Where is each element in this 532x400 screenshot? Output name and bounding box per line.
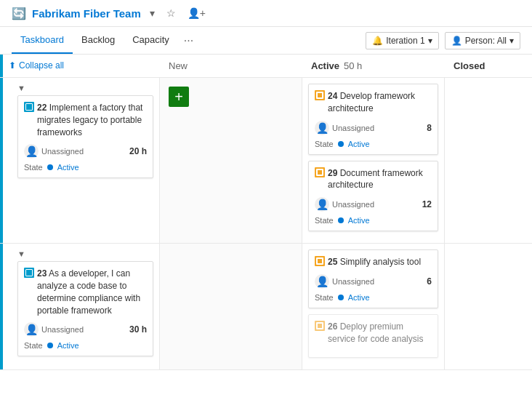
state-dot: [338, 141, 344, 147]
collapse-icon: ⬆: [9, 60, 16, 71]
column-headers: ⬆ Collapse all New Active 50 h Closed: [0, 55, 532, 78]
card-user: 👤 Unassigned: [24, 322, 84, 337]
top-bar: 🔄 Fabrikam Fiber Team ▾ ☆ 👤+: [0, 0, 532, 27]
add-card-btn[interactable]: +: [169, 87, 189, 107]
lane-collapse-icon[interactable]: ▼: [17, 84, 25, 92]
card-meta: 👤 Unassigned 30 h: [24, 322, 147, 337]
active-card-29: 29 Document framework architecture 👤 Una…: [308, 161, 438, 232]
more-options-btn[interactable]: ···: [178, 34, 199, 47]
card-state: State Active: [315, 216, 432, 225]
pbi-icon: [24, 268, 34, 278]
card-state: State Active: [24, 163, 147, 172]
col-header-active: Active 50 h: [302, 55, 445, 77]
state-dot: [47, 164, 53, 170]
tab-taskboard[interactable]: Taskboard: [12, 27, 73, 54]
iteration-chevron: ▾: [428, 36, 432, 46]
task-icon: [315, 90, 325, 100]
card-meta: 👤 Unassigned 12: [315, 197, 432, 212]
task-icon: [315, 256, 325, 266]
iteration-selector[interactable]: 🔔 Iteration 1 ▾: [366, 32, 438, 49]
col-header-backlog: ⬆ Collapse all: [0, 55, 160, 77]
board-container: ⬆ Collapse all New Active 50 h Closed ▼ …: [0, 55, 532, 391]
card-title: 22 Implement a factory that migrates leg…: [24, 102, 147, 138]
card-user: 👤 Unassigned: [24, 144, 84, 159]
card-meta: 👤 Unassigned 8: [315, 121, 432, 135]
col-header-closed: Closed: [445, 55, 532, 77]
lane-collapse-icon-2[interactable]: ▼: [17, 249, 25, 258]
active-card-26: 26 Deploy premium service for code analy…: [308, 314, 438, 358]
team-dropdown-btn[interactable]: ▾: [147, 6, 158, 20]
card-title: 26 Deploy premium service for code analy…: [315, 321, 432, 345]
lane-new-2: [160, 244, 302, 369]
state-dot: [338, 217, 344, 223]
card-title: 23 As a developer, I can analyze a code …: [24, 268, 147, 316]
person-chevron: ▾: [509, 36, 514, 46]
team-name[interactable]: Fabrikam Fiber Team: [32, 7, 141, 20]
lane-backlog-2: ▼ 23 As a developer, I can analyze a cod…: [0, 244, 160, 369]
active-card-25: 25 Simplify analysis tool 👤 Unassigned 6…: [308, 249, 438, 308]
avatar: 👤: [24, 144, 39, 159]
avatar: 👤: [315, 274, 329, 289]
board-body: ▼ 22 Implement a factory that migrates l…: [0, 78, 532, 391]
backlog-card-23: 23 As a developer, I can analyze a code …: [17, 261, 153, 356]
lane-new-1: +: [160, 78, 302, 243]
nav-bar: Taskboard Backlog Capacity ··· 🔔 Iterati…: [0, 27, 532, 55]
sprint-icon: 🔄: [12, 7, 26, 20]
nav-right: 🔔 Iteration 1 ▾ 👤 Person: All ▾: [366, 29, 520, 52]
card-title: 24 Develop framework architecture: [315, 90, 432, 115]
tab-capacity[interactable]: Capacity: [124, 27, 178, 54]
person-label: Person: All: [465, 36, 507, 46]
lane-backlog-1: ▼ 22 Implement a factory that migrates l…: [0, 78, 160, 243]
task-icon: [315, 321, 325, 331]
pbi-icon: [24, 102, 34, 112]
active-hours: 50 h: [344, 60, 362, 71]
add-person-btn[interactable]: 👤+: [185, 6, 209, 20]
swim-lane-2: ▼ 23 As a developer, I can analyze a cod…: [0, 244, 532, 369]
card-user: 👤 Unassigned: [315, 197, 374, 212]
card-title: 25 Simplify analysis tool: [315, 256, 432, 268]
backlog-card-22: 22 Implement a factory that migrates leg…: [17, 95, 153, 178]
lane-closed-1: [445, 78, 532, 243]
lane-active-2: 25 Simplify analysis tool 👤 Unassigned 6…: [302, 244, 445, 369]
state-dot: [47, 343, 53, 348]
avatar: 👤: [24, 322, 39, 337]
person-selector[interactable]: 👤 Person: All ▾: [445, 32, 520, 49]
avatar: 👤: [315, 121, 329, 135]
tab-backlog[interactable]: Backlog: [73, 27, 124, 54]
col-header-new: New: [160, 55, 302, 77]
avatar: 👤: [315, 197, 329, 212]
card-user: 👤 Unassigned: [315, 121, 374, 135]
card-state: State Active: [315, 293, 432, 302]
card-state: State Active: [315, 140, 432, 148]
card-user: 👤 Unassigned: [315, 274, 374, 289]
card-meta: 👤 Unassigned 20 h: [24, 144, 147, 159]
lane-active-1: 24 Develop framework architecture 👤 Unas…: [302, 78, 445, 243]
card-state: State Active: [24, 341, 147, 350]
state-dot: [338, 295, 344, 300]
collapse-all-btn[interactable]: ⬆ Collapse all: [9, 60, 64, 71]
iteration-label: Iteration 1: [386, 36, 424, 46]
swim-lane: ▼ 22 Implement a factory that migrates l…: [0, 78, 532, 244]
lane-closed-2: [445, 244, 532, 369]
favorite-btn[interactable]: ☆: [164, 6, 179, 20]
task-icon: [315, 167, 325, 177]
active-card-24: 24 Develop framework architecture 👤 Unas…: [308, 84, 438, 155]
card-title: 29 Document framework architecture: [315, 167, 432, 192]
card-meta: 👤 Unassigned 6: [315, 274, 432, 289]
